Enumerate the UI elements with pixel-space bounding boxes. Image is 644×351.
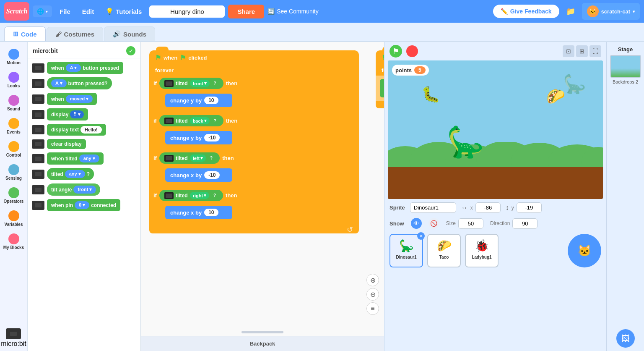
tab-sounds[interactable]: 🔊 Sounds — [104, 26, 155, 41]
zoom-out-button[interactable]: ⊖ — [366, 288, 379, 301]
tab-costumes[interactable]: 🖌 Costumes — [47, 27, 104, 41]
green-flag-button[interactable]: ⚑ — [390, 45, 402, 58]
block-a-button-pressed[interactable]: A ▾ button pressed? — [32, 77, 136, 89]
file-menu[interactable]: File — [55, 5, 75, 18]
size-input[interactable] — [458, 218, 483, 229]
sprite-delete-dinosaur[interactable]: ✕ — [417, 232, 425, 240]
sidebar-item-myblocks[interactable]: My Blocks — [2, 231, 26, 252]
sidebar-item-control[interactable]: Control — [2, 139, 26, 160]
sprite-thumb-ladybug[interactable]: 🐞 Ladybug1 — [465, 234, 499, 267]
block-when-tilted[interactable]: when tilted any ▾ — [32, 152, 136, 165]
cond-tilted-front[interactable]: tilted front ▾ ? — [159, 78, 223, 89]
right-dropdown[interactable]: right ▾ — [190, 192, 209, 199]
direction-input[interactable] — [512, 218, 538, 229]
block-tilt-angle[interactable]: tilt angle front ▾ — [32, 183, 136, 196]
y-coord-input[interactable] — [517, 202, 542, 213]
x-coord-input[interactable] — [475, 202, 501, 213]
change-x-left[interactable]: change x by -10 — [165, 168, 232, 182]
small-stage-button[interactable]: ⊡ — [563, 45, 574, 57]
block-tilted-bool-shape[interactable]: tilted any ▾ ? — [47, 168, 94, 180]
front-dropdown[interactable]: front ▾ — [190, 80, 210, 87]
edit-menu[interactable]: Edit — [78, 5, 98, 18]
block-when-moved[interactable]: when moved ▾ — [32, 93, 136, 105]
display-text-block[interactable]: display text points — [380, 79, 384, 97]
script-canvas[interactable]: ⚑ when ⚑ clicked forever if tilted front… — [141, 42, 384, 336]
sidebar-item-operators[interactable]: Operators — [2, 185, 26, 206]
cond-tilted-left[interactable]: tilted left ▾ ? — [159, 152, 220, 164]
block-clear-display[interactable]: clear display — [32, 139, 136, 149]
stop-button[interactable] — [406, 45, 418, 57]
block-when-pin-shape[interactable]: when pin 0 ▾ connected — [47, 199, 120, 211]
sidebar-item-events[interactable]: Events — [2, 115, 26, 137]
block-display-shape[interactable]: display ⠿ ▾ — [47, 108, 88, 120]
back-dropdown[interactable]: back ▾ — [190, 117, 210, 124]
block-display-text-shape[interactable]: display text Hello! — [47, 124, 106, 136]
block-display[interactable]: display ⠿ ▾ — [32, 108, 136, 120]
scratch-logo[interactable]: Scratch — [4, 2, 29, 21]
sprite-thumb-taco[interactable]: 🌮 Taco — [427, 234, 461, 267]
hat-block-2[interactable]: ⚑ when ⚑ clicked — [376, 50, 384, 65]
folder-button[interactable]: 📁 — [563, 5, 579, 18]
display-text-inner[interactable]: display text points — [376, 76, 384, 101]
show-eye-button[interactable]: 👁 — [411, 218, 422, 229]
share-button[interactable]: Share — [228, 5, 264, 18]
change-x-right[interactable]: change x by 10 — [165, 206, 232, 219]
stage-mini-thumbnail[interactable] — [610, 55, 641, 78]
left-dropdown[interactable]: left ▾ — [190, 155, 206, 162]
horizontal-scrollbar[interactable] — [242, 331, 283, 333]
cond-tilted-back[interactable]: tilted back ▾ ? — [159, 115, 223, 126]
sidebar-item-motion[interactable]: Motion — [2, 46, 26, 68]
sidebar-item-sound[interactable]: Sound — [2, 92, 26, 114]
forever-block-1[interactable]: forever — [149, 65, 359, 76]
backpack-bar[interactable]: Backpack — [141, 336, 384, 351]
hide-eye-button[interactable]: 🚫 — [428, 218, 439, 229]
cond-tilted-right[interactable]: tilted right ▾ ? — [159, 190, 223, 201]
sprite-name-input[interactable] — [410, 202, 456, 213]
script-stack-2[interactable]: ⚑ when ⚑ clicked forever display text po… — [376, 50, 384, 108]
project-name-input[interactable] — [149, 5, 225, 18]
stage-tab-area: Stage Backdrops 2 🖼 — [606, 42, 644, 351]
change-y-back[interactable]: change y by -10 — [165, 131, 232, 144]
fullscreen-button[interactable]: ⛶ — [589, 45, 601, 57]
if-front-block[interactable]: if tilted front ▾ ? then change y by 10 — [149, 76, 359, 114]
microbit-block-icon-10 — [32, 201, 44, 210]
add-backdrop-button[interactable]: 🖼 — [616, 329, 635, 348]
sprite-thumb-dinosaur[interactable]: ✕ 🦕 Dinosaur1 — [390, 234, 423, 267]
sidebar-item-sensing[interactable]: Sensing — [2, 162, 26, 183]
block-when-tilted-shape[interactable]: when tilted any ▾ — [47, 152, 104, 165]
sidebar-item-variables[interactable]: Variables — [2, 208, 26, 229]
if-back-block[interactable]: if tilted back ▾ ? then change y by -10 — [149, 113, 359, 151]
block-clear-display-shape[interactable]: clear display — [47, 139, 86, 149]
block-when-moved-shape[interactable]: when moved ▾ — [47, 93, 97, 105]
user-menu[interactable]: 🐱 scratch-cat ▾ — [582, 3, 640, 20]
language-selector[interactable]: 🌐 ▾ — [33, 5, 52, 17]
normal-stage-button[interactable]: ⊞ — [576, 45, 588, 57]
if-left-block[interactable]: if tilted left ▾ ? then change x by -10 — [149, 150, 359, 189]
block-when-pin[interactable]: when pin 0 ▾ connected — [32, 199, 136, 211]
forever-block-2[interactable]: forever — [376, 65, 384, 76]
if-right-block[interactable]: if tilted right ▾ ? then change x by 10 — [149, 188, 359, 226]
stage-layout-buttons: ⊡ ⊞ ⛶ — [563, 45, 601, 57]
script-stack-1[interactable]: ⚑ when ⚑ clicked forever if tilted front… — [149, 50, 359, 233]
community-button[interactable]: 🔄 See Community — [267, 8, 319, 15]
block-tilted-bool[interactable]: tilted any ▾ ? — [32, 168, 136, 180]
zoom-in-button[interactable]: ⊕ — [366, 274, 379, 286]
mb-mini-icon-3 — [164, 155, 174, 162]
tab-code[interactable]: ⊞ Code — [4, 26, 46, 41]
motion-dot — [8, 49, 19, 60]
block-a-button-bool[interactable]: A ▾ button pressed? — [47, 77, 112, 89]
sidebar-item-looks[interactable]: Looks — [2, 69, 26, 91]
script-area: ⚑ when ⚑ clicked forever if tilted front… — [141, 42, 384, 351]
tutorials-button[interactable]: 💡 Tutorials — [101, 5, 146, 18]
zoom-reset-button[interactable]: ≡ — [366, 302, 379, 315]
block-display-text[interactable]: display text Hello! — [32, 124, 136, 136]
block-when-a-pressed-shape[interactable]: when A ▾ button pressed — [47, 62, 123, 74]
add-sprite-button[interactable]: 🐱 — [568, 234, 601, 267]
sidebar-microbit[interactable]: micro:bit — [1, 328, 26, 348]
hat-block-1[interactable]: ⚑ when ⚑ clicked — [149, 50, 359, 65]
microbit-block-icon-8 — [32, 170, 44, 179]
change-y-front[interactable]: change y by 10 — [165, 94, 232, 107]
block-tilt-angle-shape[interactable]: tilt angle front ▾ — [47, 183, 100, 196]
block-when-a-pressed[interactable]: when A ▾ button pressed — [32, 62, 136, 74]
feedback-button[interactable]: ✏️ Give Feedback — [493, 5, 559, 18]
